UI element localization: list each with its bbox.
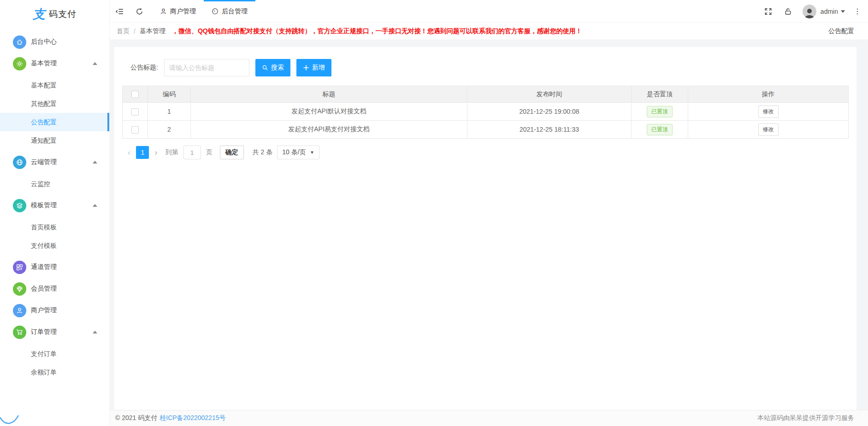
- sidebar-item-admin-center[interactable]: 后台中心: [0, 33, 109, 51]
- grid-icon: [13, 261, 26, 274]
- column-header-top: 是否置顶: [632, 86, 688, 103]
- search-button-label: 搜索: [271, 64, 284, 72]
- pagination: ‹ 1 › 到第 页 确定 共 2 条 10 条/页 ▼: [122, 146, 849, 159]
- sidebar-item-pay-orders[interactable]: 支付订单: [0, 344, 109, 363]
- select-caret-icon: ▼: [310, 150, 314, 155]
- sidebar-item-basic-config[interactable]: 基本配置: [0, 76, 109, 94]
- search-button[interactable]: 搜索: [255, 59, 290, 76]
- more-menu-icon[interactable]: ⋮: [845, 7, 868, 16]
- sidebar-item-channel-management[interactable]: 通道管理: [0, 258, 109, 276]
- sidebar-item-order-management[interactable]: 订单管理: [0, 323, 109, 341]
- breadcrumb-separator: /: [134, 28, 136, 35]
- user-avatar[interactable]: [803, 5, 816, 18]
- sidebar-item-notify-config[interactable]: 通知配置: [0, 131, 109, 150]
- gem-icon: [13, 282, 26, 296]
- sidebar-item-home-template[interactable]: 首页模板: [0, 218, 109, 236]
- total-count-label: 共 2 条: [253, 148, 273, 157]
- lock-screen-icon[interactable]: [778, 0, 798, 23]
- sidebar-item-label: 云端管理: [31, 158, 57, 166]
- tab-label: 后台管理: [222, 7, 248, 16]
- notice-marquee: ，微信、QQ钱包自由搭配对接支付（支持跳转），官方企业正规接口，一手接口无对接！…: [172, 27, 582, 35]
- content-area: 公告标题: 搜索 新增: [110, 40, 868, 410]
- breadcrumb-home[interactable]: 首页: [117, 27, 130, 35]
- gauge-icon: [212, 8, 218, 15]
- cell-title: 发起支付API默认对接文档: [291, 107, 366, 115]
- sidebar-item-pay-template[interactable]: 支付模板: [0, 236, 109, 255]
- cell-time: 2021-12-25 18:11:33: [520, 126, 579, 133]
- sidebar-item-label: 商户管理: [31, 306, 57, 315]
- sidebar-item-label: 会员管理: [31, 285, 57, 293]
- tab-backend-management[interactable]: 后台管理: [204, 0, 255, 23]
- username-dropdown[interactable]: admin: [821, 8, 838, 15]
- goto-label: 到第: [165, 148, 178, 157]
- arrow-up-icon: [93, 62, 97, 65]
- tab-merchant-management[interactable]: 商户管理: [152, 0, 204, 23]
- footer-right-text: 本站源码由呆呆提供开源学习服务: [757, 414, 854, 422]
- sidebar-item-basic-management[interactable]: 基本管理: [0, 54, 109, 73]
- plus-icon: [303, 64, 309, 71]
- cell-code: 1: [167, 108, 171, 115]
- topbar-right: admin ⋮: [758, 0, 868, 23]
- main-area: 商户管理后台管理 admin ⋮ 首页 / 基本: [110, 0, 868, 426]
- cart-icon: [13, 326, 26, 339]
- page-title: 公告配置: [819, 27, 854, 35]
- sidebar-item-label: 模板管理: [31, 201, 57, 210]
- next-page-icon[interactable]: ›: [150, 146, 162, 159]
- sidebar-item-member-management[interactable]: 会员管理: [0, 280, 109, 298]
- row-checkbox[interactable]: [131, 126, 139, 134]
- edit-button[interactable]: 修改: [758, 105, 779, 118]
- sidebar-item-label: 订单管理: [31, 328, 57, 336]
- footer: © 2021 码支付 桂ICP备2022002215号 本站源码由呆呆提供开源学…: [110, 410, 868, 426]
- column-header-code: 编码: [148, 86, 191, 103]
- refresh-icon[interactable]: [130, 0, 149, 23]
- current-page-button[interactable]: 1: [136, 146, 149, 159]
- cell-title: 发起支付API易支付对接文档: [288, 125, 370, 133]
- sidebar-item-announcement-config[interactable]: 公告配置: [0, 113, 109, 131]
- sidebar-item-balance-orders[interactable]: 余额订单: [0, 363, 109, 381]
- chevron-down-icon[interactable]: [841, 10, 845, 13]
- sidebar-item-other-config[interactable]: 其他配置: [0, 94, 109, 113]
- table-row: 1发起支付API默认对接文档2021-12-25 19:00:08已置顶修改: [123, 103, 849, 121]
- open-tabs-bar: 商户管理后台管理: [152, 0, 255, 23]
- app-title: 码支付: [49, 8, 77, 20]
- logo-glyph-icon: 支: [33, 6, 45, 23]
- globe-icon: [13, 156, 26, 169]
- row-checkbox[interactable]: [131, 108, 139, 116]
- sidebar-item-cloud-management[interactable]: 云端管理: [0, 153, 109, 171]
- add-button[interactable]: 新增: [296, 59, 331, 76]
- search-field-label: 公告标题:: [130, 64, 158, 72]
- page-unit-label: 页: [206, 148, 213, 157]
- edit-button[interactable]: 修改: [758, 123, 779, 136]
- collapse-sidebar-icon[interactable]: [110, 0, 130, 23]
- user-icon: [160, 8, 167, 15]
- select-all-checkbox[interactable]: [131, 91, 139, 98]
- arrow-up-icon: [93, 204, 97, 207]
- tab-label: 商户管理: [170, 7, 196, 16]
- breadcrumb-section[interactable]: 基本管理: [140, 27, 165, 35]
- sidebar-item-label: 后台中心: [31, 38, 57, 46]
- sidebar-item-template-management[interactable]: 模板管理: [0, 196, 109, 215]
- goto-page-input[interactable]: [183, 146, 201, 159]
- arrow-up-icon: [93, 161, 97, 163]
- copyright-text: © 2021 码支付: [115, 414, 157, 422]
- announcement-title-input[interactable]: [164, 59, 249, 76]
- cell-code: 2: [167, 126, 171, 133]
- column-header-title: 标题: [191, 86, 467, 103]
- decorative-watermark: [0, 415, 19, 426]
- sidebar-item-cloud-monitor[interactable]: 云监控: [0, 175, 109, 193]
- home-icon: [13, 35, 26, 49]
- icp-link[interactable]: 桂ICP备2022002215号: [159, 414, 225, 422]
- per-page-value: 10 条/页: [282, 148, 306, 157]
- fullscreen-icon[interactable]: [758, 0, 778, 23]
- app-root: 支 码支付 后台中心基本管理基本配置其他配置公告配置通知配置云端管理云监控模板管…: [0, 0, 868, 426]
- sidebar-item-merchant-management[interactable]: 商户管理: [0, 301, 109, 320]
- cell-time: 2021-12-25 19:00:08: [520, 108, 579, 115]
- breadcrumb: 首页 / 基本管理 ，微信、QQ钱包自由搭配对接支付（支持跳转），官方企业正规接…: [110, 23, 868, 40]
- announcement-card: 公告标题: 搜索 新增: [114, 47, 856, 410]
- confirm-page-button[interactable]: 确定: [220, 146, 244, 159]
- sidebar: 支 码支付 后台中心基本管理基本配置其他配置公告配置通知配置云端管理云监控模板管…: [0, 0, 110, 426]
- announcement-table: 编码 标题 发布时间 是否置顶 操作 1发起支付API默认对接文档2021-12…: [122, 86, 849, 139]
- per-page-select[interactable]: 10 条/页 ▼: [277, 146, 319, 159]
- sidebar-item-label: 通道管理: [31, 263, 57, 271]
- prev-page-icon[interactable]: ‹: [123, 146, 135, 159]
